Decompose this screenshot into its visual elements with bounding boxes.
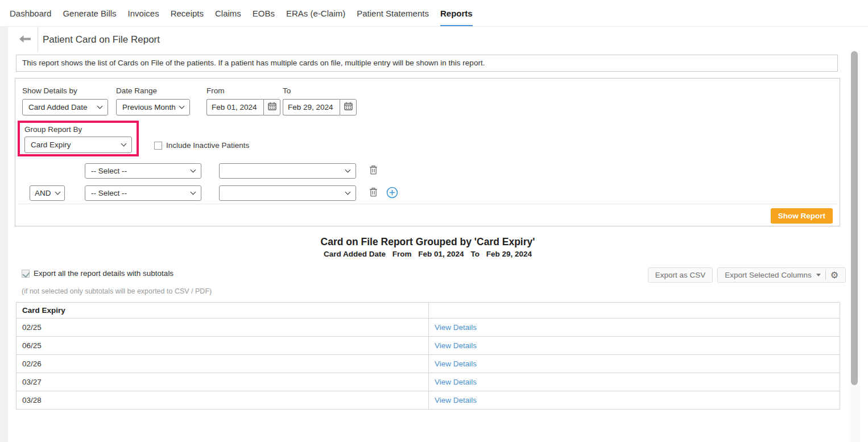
table-row: 02/25 View Details: [16, 319, 840, 337]
view-details-link[interactable]: View Details: [435, 378, 477, 386]
nav-tab-dashboard[interactable]: Dashboard: [10, 0, 51, 26]
show-report-button[interactable]: Show Report: [771, 208, 833, 224]
subtitle-from-label: From: [392, 250, 412, 258]
chevron-down-icon: [191, 167, 196, 173]
header-divider: [38, 27, 38, 52]
condition-2-field-select[interactable]: -- Select --: [85, 185, 201, 201]
chevron-down-icon: [55, 189, 61, 195]
card-expiry-cell: 03/28: [16, 391, 429, 410]
card-expiry-cell: 02/26: [16, 355, 429, 373]
chevron-down-icon: [179, 104, 185, 109]
chevron-down-icon: [345, 189, 351, 195]
condition-2-operator-select[interactable]: AND: [30, 185, 65, 201]
show-details-by-select[interactable]: Card Added Date: [22, 99, 108, 115]
top-nav: Dashboard Generate Bills Invoices Receip…: [0, 0, 868, 27]
subtitle-to-value: Feb 29, 2024: [486, 250, 532, 258]
export-csv-button[interactable]: Export as CSV: [648, 267, 713, 283]
plus-circle-icon: [386, 187, 398, 200]
chevron-down-icon: [97, 104, 103, 109]
view-details-link[interactable]: View Details: [435, 396, 477, 404]
caret-down-icon: [816, 274, 821, 276]
filter-panel: Show Details by Card Added Date Date Ran…: [15, 78, 840, 226]
scrollbar-thumb[interactable]: [851, 51, 858, 385]
button-divider: [825, 270, 826, 280]
nav-tab-eras[interactable]: ERAs (e-Claim): [286, 0, 345, 26]
include-inactive-checkbox[interactable]: [154, 142, 162, 150]
report-subtitle: Card Added Date From Feb 01, 2024 To Feb…: [8, 250, 848, 258]
include-inactive-label: Include Inactive Patients: [166, 141, 249, 150]
trash-icon: [369, 187, 378, 199]
nav-tab-claims[interactable]: Claims: [215, 0, 241, 26]
view-details-link[interactable]: View Details: [435, 341, 477, 350]
to-date-label: To: [283, 86, 291, 95]
to-calendar-button[interactable]: [340, 99, 357, 115]
panel-separator: [18, 204, 837, 204]
export-details-row: Export all the report details with subto…: [22, 269, 173, 278]
from-calendar-button[interactable]: [263, 99, 280, 115]
view-details-link[interactable]: View Details: [435, 323, 477, 332]
export-note: (if not selected only subtotals will be …: [22, 287, 848, 295]
group-report-by-highlight: Group Report By Card Expiry: [18, 121, 139, 156]
show-details-by-label: Show Details by: [22, 86, 77, 95]
condition-2-value-select[interactable]: [219, 185, 356, 201]
arrow-left-icon: [19, 35, 31, 45]
date-range-select[interactable]: Previous Month: [116, 99, 190, 115]
chevron-down-icon: [191, 189, 196, 195]
nav-tab-receipts[interactable]: Receipts: [171, 0, 204, 26]
gear-icon[interactable]: ⚙: [830, 271, 838, 280]
from-date-input[interactable]: [206, 99, 263, 115]
nav-tab-patient-statements[interactable]: Patient Statements: [357, 0, 429, 26]
date-range-label: Date Range: [116, 86, 157, 95]
to-date-input[interactable]: [283, 99, 340, 115]
group-report-by-select[interactable]: Card Expiry: [24, 137, 132, 153]
group-report-by-label: Group Report By: [24, 125, 132, 134]
nav-tab-invoices[interactable]: Invoices: [128, 0, 159, 26]
chevron-down-icon: [345, 167, 351, 173]
from-date-label: From: [206, 86, 225, 95]
main-content: Patient Card on File Report This report …: [8, 27, 848, 442]
table-row: 03/28 View Details: [16, 391, 840, 410]
card-expiry-cell: 03/27: [16, 373, 429, 391]
report-title: Card on File Report Grouped by 'Card Exp…: [8, 236, 848, 248]
condition-1-delete-button[interactable]: [369, 165, 378, 176]
trash-icon: [369, 165, 378, 176]
card-expiry-cell: 02/25: [16, 319, 429, 337]
card-expiry-cell: 06/25: [16, 337, 429, 355]
nav-tab-reports[interactable]: Reports: [440, 0, 473, 26]
actions-column-header: [429, 303, 840, 319]
back-button[interactable]: [16, 27, 34, 52]
subtitle-prefix: Card Added Date: [324, 250, 386, 258]
table-header-row: Card Expiry: [16, 303, 840, 319]
condition-1-value-select[interactable]: [219, 163, 356, 179]
table-row: 03/27 View Details: [16, 373, 840, 391]
report-table: Card Expiry 02/25 View Details 06/25 Vie…: [16, 302, 840, 410]
report-description: This report shows the list of Cards on F…: [16, 55, 838, 72]
nav-tab-eobs[interactable]: EOBs: [253, 0, 275, 26]
page-title: Patient Card on File Report: [42, 27, 160, 52]
view-details-link[interactable]: View Details: [435, 360, 477, 368]
export-controls: Export all the report details with subto…: [16, 267, 846, 283]
page-header: Patient Card on File Report: [8, 27, 848, 52]
export-details-checkbox[interactable]: [22, 270, 30, 278]
table-row: 06/25 View Details: [16, 337, 840, 355]
export-details-label: Export all the report details with subto…: [34, 269, 173, 278]
chevron-down-icon: [121, 141, 127, 147]
condition-1-field-select[interactable]: -- Select --: [85, 163, 201, 179]
calendar-icon: [344, 102, 353, 113]
subtitle-to-label: To: [470, 250, 480, 258]
left-gutter: [0, 27, 8, 442]
subtitle-from-value: Feb 01, 2024: [418, 250, 464, 258]
condition-2-delete-button[interactable]: [369, 187, 378, 199]
scrollbar-track[interactable]: [849, 50, 860, 442]
card-expiry-column-header: Card Expiry: [16, 303, 429, 319]
export-selected-columns-button[interactable]: Export Selected Columns ⚙: [717, 267, 846, 283]
include-inactive-row: Include Inactive Patients: [154, 141, 249, 150]
add-condition-button[interactable]: [386, 187, 398, 200]
calendar-icon: [268, 102, 276, 113]
nav-tab-generate-bills[interactable]: Generate Bills: [63, 0, 116, 26]
table-row: 02/26 View Details: [16, 355, 840, 373]
